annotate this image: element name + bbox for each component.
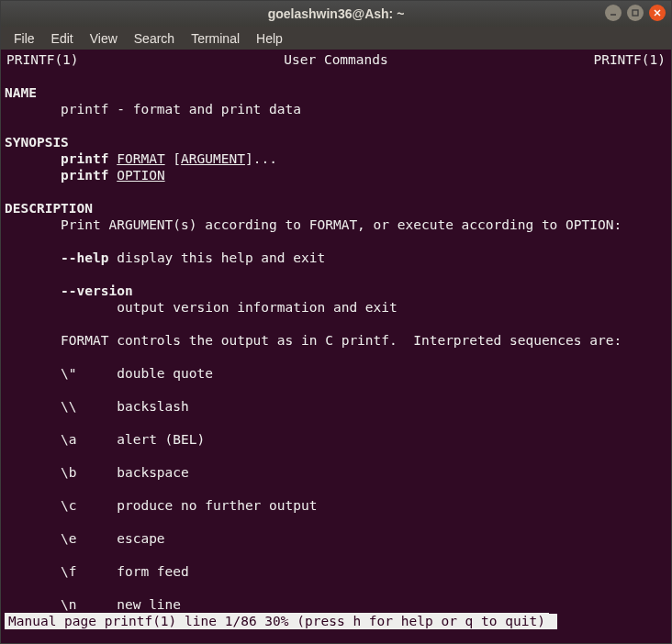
sequence-line: \f form feed: [1, 563, 671, 580]
format-controls-line: FORMAT controls the output as in C print…: [1, 332, 671, 349]
bracket-close: ]...: [245, 151, 277, 166]
menubar: File Edit View Search Terminal Help: [1, 27, 671, 50]
version-flag: --version: [61, 283, 133, 298]
blank-line: [1, 580, 671, 596]
blank-line: [1, 316, 671, 332]
window-controls: [605, 5, 666, 21]
window-title: goelashwin36@Ash: ~: [1, 6, 671, 21]
menu-view[interactable]: View: [83, 29, 125, 48]
sequence-line: \n new line: [1, 596, 671, 613]
blank-line: [1, 266, 671, 283]
status-line-wrap: Manual page printf(1) line 1/86 30% (pre…: [1, 613, 671, 629]
opt-help-line: --help display this help and exit: [1, 250, 671, 266]
sequence-line: \a alert (BEL): [1, 431, 671, 448]
sequences-list: \" double quote \\ backslash \a alert (B…: [1, 349, 671, 613]
blank-line: [1, 68, 671, 84]
blank-line: [1, 349, 671, 365]
menu-search[interactable]: Search: [127, 29, 182, 48]
section-synopsis-heading: SYNOPSIS: [1, 134, 671, 150]
help-text: display this help and exit: [109, 250, 326, 265]
sequence-line: \e escape: [1, 530, 671, 547]
maximize-button[interactable]: [627, 5, 644, 21]
blank-line: [1, 382, 671, 398]
sequence-line: \b backspace: [1, 464, 671, 481]
blank-line: [1, 233, 671, 250]
blank-line: [1, 117, 671, 134]
blank-line: [1, 415, 671, 431]
section-description-heading: DESCRIPTION: [1, 200, 671, 217]
sequence-line: \\ backslash: [1, 398, 671, 415]
synopsis-line-1: printf FORMAT [ARGUMENT]...: [1, 150, 671, 167]
desc-line-1: Print ARGUMENT(s) according to FORMAT, o…: [1, 217, 671, 233]
blank-line: [1, 547, 671, 563]
man-header-center: User Commands: [284, 51, 388, 68]
section-name-line: printf - format and print data: [1, 101, 671, 117]
minimize-button[interactable]: [605, 5, 622, 21]
close-button[interactable]: [649, 5, 666, 21]
man-header-right: PRINTF(1): [593, 51, 666, 68]
help-flag: --help: [61, 250, 108, 265]
section-name-heading: NAME: [1, 84, 671, 101]
sequence-line: \c produce no further output: [1, 497, 671, 514]
svg-rect-1: [633, 10, 638, 16]
blank-line: [1, 514, 671, 530]
synopsis-option-arg: OPTION: [117, 168, 164, 183]
opt-version-flag-line: --version: [1, 283, 671, 299]
synopsis-format-arg: FORMAT: [117, 151, 164, 166]
synopsis-cmd: printf: [61, 151, 108, 166]
indent: [5, 168, 61, 183]
man-header: PRINTF(1) User Commands PRINTF(1): [1, 51, 671, 68]
indent: [5, 151, 61, 166]
blank-line: [1, 183, 671, 200]
man-status-bar: Manual page printf(1) line 1/86 30% (pre…: [5, 613, 549, 629]
titlebar[interactable]: goelashwin36@Ash: ~: [1, 1, 671, 27]
bracket-open: [: [165, 151, 181, 166]
cursor: [549, 614, 557, 629]
opt-version-text-line: output version information and exit: [1, 299, 671, 316]
menu-help[interactable]: Help: [249, 29, 290, 48]
menu-edit[interactable]: Edit: [44, 29, 81, 48]
blank-line: [1, 448, 671, 464]
sequence-line: \" double quote: [1, 365, 671, 382]
terminal-window: goelashwin36@Ash: ~ File Edit View Searc…: [0, 0, 672, 644]
blank-line: [1, 481, 671, 497]
menu-file[interactable]: File: [6, 29, 42, 48]
terminal-viewport[interactable]: PRINTF(1) User Commands PRINTF(1) NAME p…: [1, 50, 671, 643]
synopsis-argument-arg: ARGUMENT: [181, 151, 245, 166]
synopsis-cmd: printf: [61, 168, 108, 183]
man-header-left: PRINTF(1): [6, 51, 79, 68]
menu-terminal[interactable]: Terminal: [184, 29, 247, 48]
synopsis-line-2: printf OPTION: [1, 167, 671, 183]
